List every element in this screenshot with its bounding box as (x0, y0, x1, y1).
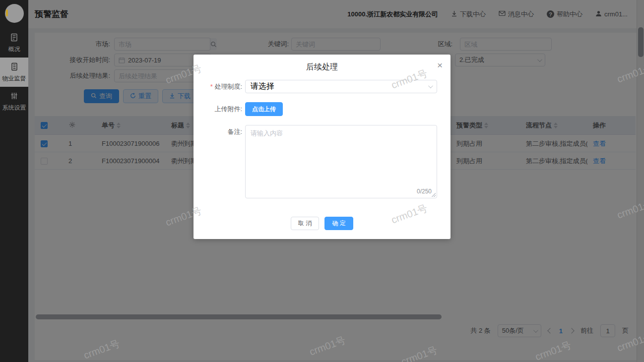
sidebar-item-label: 系统设置 (2, 104, 26, 112)
resize-grip-icon[interactable] (432, 193, 436, 197)
sidebar-item-label: 物业监督 (2, 75, 26, 82)
institution-label: 处理制度: (193, 80, 242, 93)
app-logo-avatar[interactable] (5, 4, 24, 23)
sidebar-item-property-supervision[interactable]: 物业监督 (0, 58, 28, 87)
chevron-down-icon (428, 83, 433, 88)
remark-label: 备注: (193, 125, 242, 138)
char-counter: 0/250 (417, 188, 432, 195)
modal-title: 后续处理 (193, 62, 451, 72)
settings-sliders-icon (10, 92, 18, 102)
cancel-button[interactable]: 取 消 (291, 217, 319, 230)
institution-placeholder: 请选择 (251, 81, 274, 92)
close-icon[interactable]: × (437, 60, 443, 70)
confirm-button[interactable]: 确 定 (324, 217, 353, 230)
institution-select[interactable]: 请选择 (245, 80, 437, 93)
property-doc-icon (10, 62, 18, 73)
follow-up-modal: 后续处理 × 处理制度: 请选择 上传附件: 点击上传 备注: 0/250 取 … (193, 55, 451, 239)
upload-button[interactable]: 点击上传 (245, 102, 283, 116)
sidebar-item-label: 概况 (8, 46, 20, 53)
overview-doc-icon (10, 33, 18, 44)
sidebar: 概况 物业监督 系统设置 (0, 0, 28, 362)
sidebar-item-overview[interactable]: 概况 (0, 28, 28, 58)
sidebar-item-system-settings[interactable]: 系统设置 (0, 87, 28, 116)
remark-textarea-wrap: 0/250 (245, 125, 437, 198)
remark-textarea[interactable] (246, 125, 437, 198)
upload-label: 上传附件: (193, 102, 242, 116)
